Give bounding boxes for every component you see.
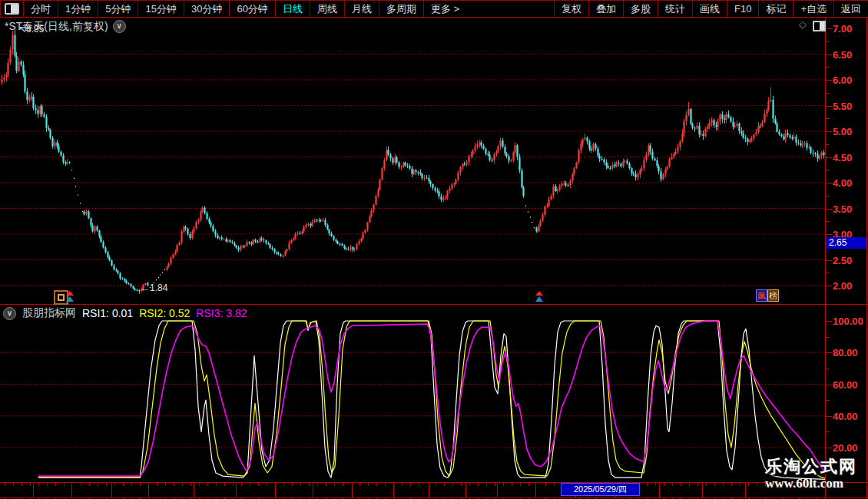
menu-item[interactable]: 日线 — [275, 1, 310, 17]
diamond-icon[interactable]: ◇ — [799, 19, 807, 29]
date-axis-tick — [444, 483, 445, 486]
date-axis-tick — [376, 483, 377, 486]
date-axis-tick — [258, 483, 259, 486]
date-axis-tick — [131, 483, 132, 486]
date-axis-tick — [30, 483, 31, 486]
rsi-axis-tick — [826, 321, 832, 322]
menu-item[interactable]: 月线 — [344, 1, 379, 17]
date-axis-tick — [267, 483, 267, 486]
date-axis-tick — [5, 483, 5, 486]
pane-divider — [0, 304, 868, 305]
price-axis-tick — [826, 118, 829, 119]
date-axis-tick — [554, 483, 555, 486]
price-axis-border — [825, 18, 826, 497]
price-axis-tick — [826, 41, 829, 42]
date-axis-tick — [89, 483, 90, 486]
rsi-axis-label: 100.00 — [833, 316, 865, 326]
rsi-axis-tick — [826, 352, 832, 353]
date-axis-tick — [664, 483, 664, 486]
menu-item[interactable]: 分时 — [23, 1, 58, 17]
toolbar-item[interactable]: 统计 — [658, 1, 692, 17]
date-axis-tick — [283, 483, 284, 486]
toolbar-item[interactable]: +自选 — [793, 1, 833, 17]
hot-list-char2: 榜 — [767, 289, 779, 302]
month-separator — [429, 483, 429, 497]
menu-item[interactable]: 5分钟 — [98, 1, 137, 17]
watermark-url: www.60lt.com — [765, 476, 857, 491]
rsi-pane[interactable] — [0, 305, 826, 482]
date-axis-tick — [81, 483, 81, 486]
price-axis-tick — [826, 106, 832, 107]
toolbar-item[interactable]: 叠加 — [588, 1, 623, 17]
toolbar-item[interactable]: 多股 — [623, 1, 658, 17]
menu-item[interactable]: 15分钟 — [137, 1, 183, 17]
rsi2-value: RSI2: 0.52 — [139, 307, 190, 319]
date-axis-tick — [723, 483, 724, 486]
indicator-chevron-icon[interactable]: ∨ — [3, 307, 16, 320]
date-axis-tick — [343, 483, 343, 486]
price-axis-label: 5.50 — [833, 101, 852, 111]
price-axis-tick — [826, 93, 829, 94]
period-menu-group: 分时1分钟5分钟15分钟30分钟60分钟日线周线月线多周期更多 > — [0, 1, 466, 17]
date-axis-tick — [697, 483, 698, 486]
toolbar-item[interactable]: 画线 — [692, 1, 727, 17]
toolbar-item[interactable]: F10 — [727, 1, 758, 17]
menu-item[interactable]: 多周期 — [379, 1, 423, 17]
date-axis-tick — [123, 483, 124, 486]
rsi-indicator-chart[interactable] — [0, 305, 826, 482]
panel-toggle-button[interactable] — [813, 21, 826, 31]
menu-item[interactable]: 周线 — [310, 1, 344, 17]
month-separator — [111, 483, 112, 497]
month-separator — [148, 483, 149, 497]
date-axis-tick — [478, 483, 479, 486]
menu-item[interactable]: 60分钟 — [229, 1, 274, 17]
price-axis-tick — [826, 234, 832, 235]
date-axis-tick — [706, 483, 707, 486]
toolbar-item[interactable]: 复权 — [554, 1, 588, 17]
date-axis-tick — [748, 483, 749, 486]
toolbar-item[interactable]: 标记 — [758, 1, 793, 17]
price-axis-label: 4.50 — [833, 153, 852, 163]
date-axis-tick — [326, 483, 326, 486]
date-axis-tick — [334, 483, 335, 486]
date-axis-tick — [385, 483, 386, 486]
date-axis-tick — [689, 483, 690, 486]
date-axis-tick — [757, 483, 757, 486]
date-axis-tick — [714, 483, 715, 486]
date-axis-tick — [469, 483, 470, 486]
menu-item[interactable]: 1分钟 — [58, 1, 98, 17]
date-axis-tick — [655, 483, 656, 486]
menu-item[interactable]: 更多 > — [423, 1, 466, 17]
date-axis-tick — [174, 483, 174, 486]
toolbar-item[interactable]: 返回 — [833, 1, 868, 17]
price-axis-label: 3.50 — [833, 204, 852, 214]
window-right-border — [866, 0, 867, 499]
price-axis-tick — [826, 131, 832, 132]
date-axis-tick — [165, 483, 166, 486]
price-axis-tick — [826, 273, 829, 273]
candlestick-chart[interactable] — [0, 18, 826, 304]
price-axis-tick — [826, 157, 832, 158]
date-axis-tick — [182, 483, 183, 486]
date-axis-tick — [359, 483, 360, 486]
date-axis-tick — [207, 483, 208, 486]
layout-split-button[interactable] — [0, 1, 23, 17]
date-axis-tick — [216, 483, 217, 486]
price-axis-tick — [826, 209, 832, 210]
date-axis-tick — [98, 483, 98, 486]
chevron-down-icon[interactable]: ∨ — [113, 20, 126, 33]
date-axis-tick — [300, 483, 301, 486]
rsi-axis-tick — [826, 385, 832, 385]
menu-item[interactable]: 30分钟 — [184, 1, 229, 17]
date-axis-tick — [13, 483, 14, 486]
price-axis-label: 5.00 — [833, 127, 852, 137]
hot-list-badge[interactable]: 飙 榜 — [756, 289, 779, 302]
month-separator — [745, 483, 746, 497]
date-axis-tick — [140, 483, 141, 486]
month-separator — [352, 483, 353, 497]
date-axis-tick — [410, 483, 411, 486]
date-axis-bottom-border — [0, 497, 868, 498]
price-axis-tick — [826, 28, 832, 29]
main-chart-pane[interactable] — [0, 18, 826, 304]
price-axis-label: 2.00 — [833, 281, 852, 291]
